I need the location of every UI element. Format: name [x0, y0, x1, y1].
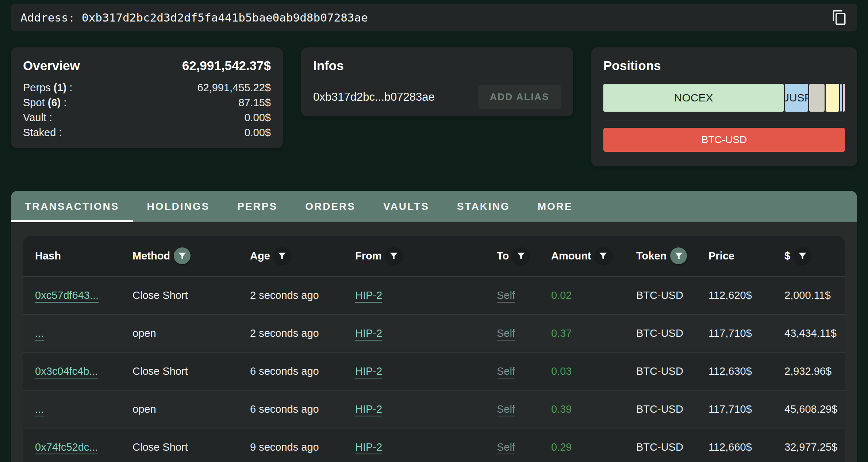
- method-cell: Close Short: [132, 289, 250, 301]
- positions-title: Positions: [603, 58, 845, 74]
- spot-segment-uusp[interactable]: UUSP: [785, 84, 808, 112]
- filter-icon: [798, 251, 807, 261]
- from-filter-button[interactable]: [385, 247, 402, 264]
- usd-cell: 32,977.25$: [784, 441, 845, 453]
- token-cell: BTC-USD: [636, 327, 708, 339]
- amount-cell: 0.03: [551, 365, 636, 377]
- filter-icon: [516, 251, 526, 261]
- token-cell: BTC-USD: [636, 365, 708, 377]
- copy-address-button[interactable]: [829, 7, 850, 28]
- tab-orders[interactable]: ORDERS: [291, 191, 369, 222]
- to-link[interactable]: Self: [497, 327, 515, 339]
- table-row: 0x3c04fc4b... Close Short 6 seconds ago …: [23, 352, 845, 390]
- transactions-panel: Hash Method Age From To Amount Token Pri…: [11, 222, 857, 462]
- price-cell: 112,620$: [708, 289, 784, 301]
- positions-card: Positions NOCEX UUSP BTC-USD: [591, 47, 857, 166]
- amount-filter-button[interactable]: [595, 247, 612, 264]
- from-link[interactable]: HIP-2: [355, 289, 382, 301]
- spot-segment-6[interactable]: [843, 84, 845, 112]
- tab-staking[interactable]: STAKING: [443, 191, 524, 222]
- column-method: Method: [132, 247, 250, 264]
- section-tabs: TRANSACTIONS HOLDINGS PERPS ORDERS VAULT…: [11, 191, 857, 222]
- overview-title: Overview: [23, 58, 80, 74]
- filter-icon: [277, 251, 287, 261]
- table-row: ... open 6 seconds ago HIP-2 Self 0.39 B…: [23, 390, 845, 428]
- overview-row-vault: Vault : 0.00$: [23, 110, 271, 125]
- tab-perps[interactable]: PERPS: [223, 191, 291, 222]
- amount-cell: 0.37: [551, 327, 636, 339]
- hash-link[interactable]: ...: [35, 403, 44, 415]
- price-cell: 112,660$: [708, 441, 784, 453]
- address-value: 0xb317d2bc2d3d2df5fa441b5bae0ab9d8b07283…: [75, 11, 368, 24]
- usd-cell: 45,608.29$: [784, 403, 845, 415]
- filter-icon: [674, 251, 684, 261]
- tab-vaults[interactable]: VAULTS: [369, 191, 443, 222]
- hash-link[interactable]: 0xc57df643...: [35, 289, 99, 301]
- to-link[interactable]: Self: [497, 365, 515, 377]
- to-link[interactable]: Self: [497, 403, 515, 415]
- table-row: ... open 2 seconds ago HIP-2 Self 0.37 B…: [23, 314, 845, 352]
- amount-cell: 0.02: [551, 289, 636, 301]
- price-cell: 117,710$: [708, 403, 784, 415]
- usd-cell: 43,434.11$: [784, 327, 845, 339]
- to-link[interactable]: Self: [497, 289, 515, 301]
- filter-icon: [389, 251, 399, 261]
- from-link[interactable]: HIP-2: [355, 365, 382, 377]
- filter-icon: [177, 251, 187, 261]
- column-age: Age: [250, 247, 355, 264]
- positions-divider: [603, 120, 845, 120]
- to-link[interactable]: Self: [497, 441, 515, 453]
- age-cell: 2 seconds ago: [250, 327, 355, 339]
- short-address: 0xb317d2bc...b07283ae: [313, 91, 435, 104]
- hash-link[interactable]: ...: [35, 327, 44, 339]
- overview-total-value: 62,991,542.37$: [182, 58, 271, 73]
- spot-segment-3[interactable]: [809, 84, 825, 112]
- overview-row-spot: Spot (6) : 87.15$: [23, 95, 271, 110]
- method-filter-button[interactable]: [174, 247, 191, 264]
- to-filter-button[interactable]: [512, 247, 529, 264]
- explorer-page: Address: 0xb317d2bc2d3d2df5fa441b5bae0ab…: [0, 0, 868, 462]
- method-cell: Close Short: [132, 441, 250, 453]
- hash-link[interactable]: 0x74fc52dc...: [35, 441, 98, 453]
- spot-segment-4[interactable]: [826, 84, 839, 112]
- price-cell: 117,710$: [708, 327, 784, 339]
- vault-value: 0.00$: [244, 110, 271, 125]
- column-from: From: [355, 247, 497, 264]
- overview-row-perps: Perps (1) : 62,991,455.22$: [23, 80, 271, 95]
- infos-card: Infos 0xb317d2bc...b07283ae ADD ALIAS: [301, 47, 573, 116]
- method-cell: open: [132, 403, 250, 415]
- from-link[interactable]: HIP-2: [355, 327, 382, 339]
- method-cell: Close Short: [132, 365, 250, 377]
- copy-icon: [831, 9, 848, 26]
- usd-filter-button[interactable]: [794, 247, 811, 264]
- table-header: Hash Method Age From To Amount Token Pri…: [23, 236, 845, 276]
- transactions-table: Hash Method Age From To Amount Token Pri…: [23, 236, 845, 462]
- tab-holdings[interactable]: HOLDINGS: [133, 191, 223, 222]
- filter-icon: [598, 251, 608, 261]
- table-row: 0xc57df643... Close Short 2 seconds ago …: [23, 276, 845, 314]
- spot-segment-5[interactable]: [840, 84, 842, 112]
- spot-value: 87.15$: [238, 95, 271, 110]
- from-link[interactable]: HIP-2: [355, 441, 382, 453]
- hash-link[interactable]: 0x3c04fc4b...: [35, 365, 98, 377]
- token-filter-button[interactable]: [670, 247, 687, 264]
- perp-position-btc-usd[interactable]: BTC-USD: [603, 128, 845, 152]
- amount-cell: 0.39: [551, 403, 636, 415]
- age-filter-button[interactable]: [274, 247, 291, 264]
- amount-cell: 0.29: [551, 441, 636, 453]
- column-hash: Hash: [35, 250, 132, 262]
- tab-transactions[interactable]: TRANSACTIONS: [11, 191, 133, 222]
- from-link[interactable]: HIP-2: [355, 403, 382, 415]
- spot-allocation-bar: NOCEX UUSP: [603, 84, 845, 112]
- add-alias-button[interactable]: ADD ALIAS: [478, 85, 561, 109]
- summary-cards: Overview 62,991,542.37$ Perps (1) : 62,9…: [11, 47, 857, 166]
- tab-more[interactable]: MORE: [524, 191, 587, 222]
- column-token: Token: [636, 247, 708, 264]
- method-cell: open: [132, 327, 250, 339]
- staked-value: 0.00$: [244, 125, 271, 140]
- spot-segment-nocex[interactable]: NOCEX: [603, 84, 784, 112]
- table-row: 0x74fc52dc... Close Short 9 seconds ago …: [23, 428, 845, 462]
- overview-row-staked: Staked : 0.00$: [23, 125, 271, 140]
- perps-value: 62,991,455.22$: [197, 80, 271, 95]
- column-usd: $: [784, 247, 845, 264]
